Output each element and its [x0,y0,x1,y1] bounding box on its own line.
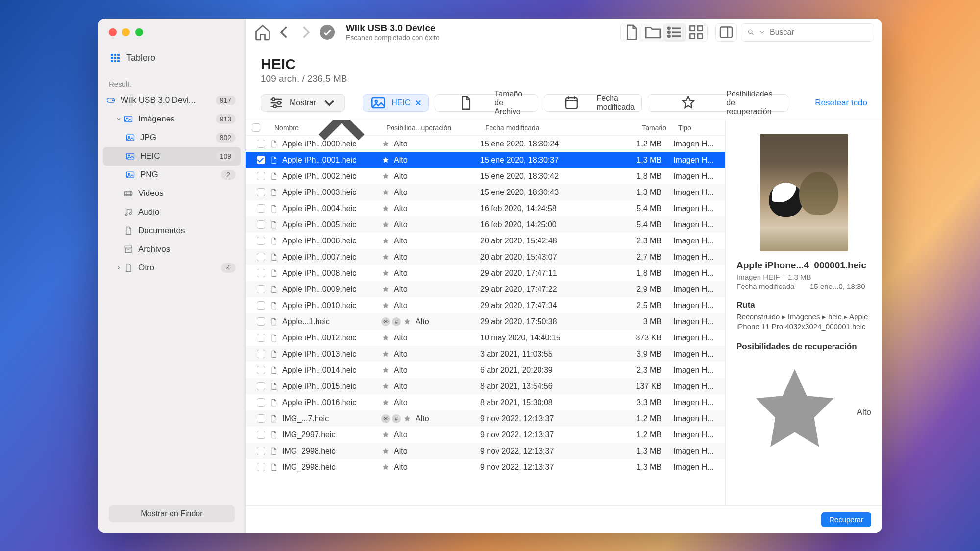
file-icon [270,220,278,229]
file-possibility: Alto [381,220,480,229]
recover-button[interactable]: Recuperar [821,512,871,527]
table-row[interactable]: Apple...1.heic👁#Alto29 abr 2020, 17:50:3… [246,313,725,330]
row-checkbox[interactable] [257,447,265,455]
table-row[interactable]: Apple iPh...0005.heicAlto16 feb 2020, 14… [246,216,725,233]
row-checkbox[interactable] [257,269,265,277]
view-file-button[interactable] [621,23,642,42]
close-icon[interactable] [109,28,117,36]
table-row[interactable]: Apple iPh...0012.heicAlto10 may 2020, 14… [246,330,725,346]
row-checkbox[interactable] [257,334,265,342]
file-size: 1,2 MB [603,140,667,148]
file-date: 15 ene 2020, 18:30:43 [480,188,603,197]
table-row[interactable]: Apple iPh...0001.heicAlto15 ene 2020, 18… [246,152,725,168]
size-filter-button[interactable]: Tamaño de Archivo [435,94,538,112]
sidebar-item-label: Audio [138,207,236,217]
sidebar-item-otro[interactable]: Otro4 [103,259,241,277]
sidebar-item-wilk-usb-3-0-devi-[interactable]: Wilk USB 3.0 Devi...917 [103,91,241,110]
heic-filter-chip[interactable]: HEIC ✕ [363,94,429,112]
sidebar-item-documentos[interactable]: Documentos [103,221,241,240]
sidebar-item-jpg[interactable]: JPG802 [103,128,241,147]
row-checkbox[interactable] [257,398,265,407]
row-checkbox[interactable] [257,237,265,245]
select-all-checkbox[interactable] [252,123,260,132]
forward-button[interactable] [297,24,315,41]
row-checkbox[interactable] [257,366,265,374]
table-row[interactable]: Apple iPh...0010.heicAlto29 abr 2020, 17… [246,297,725,313]
row-checkbox[interactable] [257,253,265,261]
row-checkbox[interactable] [257,350,265,358]
col-type[interactable]: Tipo [672,124,725,132]
file-type: Imagen H... [667,414,725,423]
toggle-details-button[interactable] [715,23,737,42]
view-folder-button[interactable] [642,23,664,42]
svg-point-16 [668,27,670,29]
table-row[interactable]: Apple iPh...0002.heicAlto15 ene 2020, 18… [246,168,725,184]
view-list-button[interactable] [664,23,686,42]
row-checkbox[interactable] [257,172,265,180]
row-checkbox[interactable] [257,285,265,293]
table-row[interactable]: Apple iPh...0015.heicAlto8 abr 2021, 13:… [246,378,725,394]
image-icon [125,151,135,161]
row-checkbox[interactable] [257,317,265,326]
row-checkbox[interactable] [257,414,265,423]
zoom-icon[interactable] [135,28,143,36]
recovery-filter-button[interactable]: Posibilidades de recuperación [648,94,788,112]
row-checkbox[interactable] [257,204,265,213]
tablero-link[interactable]: Tablero [98,46,245,72]
star-icon [381,285,390,294]
preview-thumbnail[interactable] [760,134,848,251]
row-checkbox[interactable] [257,156,265,164]
home-button[interactable] [254,24,271,41]
file-date: 20 abr 2020, 15:42:48 [480,237,603,245]
sidebar-item-archivos[interactable]: Archivos [103,240,241,259]
reset-filters-button[interactable]: Resetear todo [815,98,867,108]
table-row[interactable]: Apple iPh...0004.heicAlto16 feb 2020, 14… [246,200,725,216]
back-button[interactable] [275,24,293,41]
date-filter-button[interactable]: Fecha modificada [544,94,642,112]
row-checkbox[interactable] [257,301,265,310]
table-row[interactable]: Apple iPh...0003.heicAlto15 ene 2020, 18… [246,184,725,200]
table-row[interactable]: IMG_2998.heicAlto9 nov 2022, 12:13:371,3… [246,459,725,475]
row-checkbox[interactable] [257,220,265,229]
row-checkbox[interactable] [257,140,265,148]
table-row[interactable]: Apple iPh...0000.heicAlto15 ene 2020, 18… [246,136,725,152]
sidebar-item-videos[interactable]: Videos [103,184,241,203]
svg-rect-10 [125,191,132,196]
star-icon [381,431,390,439]
file-name: Apple iPh...0005.heic [282,220,381,229]
file-date: 10 may 2020, 14:40:15 [480,334,603,342]
table-row[interactable]: Apple iPh...0009.heicAlto29 abr 2020, 17… [246,281,725,297]
sidebar-item-audio[interactable]: Audio [103,203,241,221]
svg-point-26 [278,101,281,104]
table-row[interactable]: IMG_2997.heicAlto9 nov 2022, 12:13:371,2… [246,427,725,443]
star-icon [655,95,721,111]
file-date: 9 nov 2022, 12:13:37 [480,414,603,423]
sidebar-item-png[interactable]: PNG2 [103,166,241,184]
search-field[interactable] [741,23,874,42]
table-row[interactable]: Apple iPh...0014.heicAlto6 abr 2021, 20:… [246,362,725,378]
row-checkbox[interactable] [257,382,265,390]
table-row[interactable]: IMG_2998.heicAlto9 nov 2022, 12:13:371,3… [246,443,725,459]
col-size[interactable]: Tamaño [608,124,672,132]
table-row[interactable]: Apple iPh...0007.heicAlto20 abr 2020, 15… [246,249,725,265]
svg-rect-21 [690,34,695,39]
table-row[interactable]: IMG_...7.heic👁#Alto9 nov 2022, 12:13:371… [246,410,725,427]
sidebar-item-im-genes[interactable]: Imágenes913 [103,110,241,128]
col-possibility[interactable]: Posibilida...uperación [386,124,485,132]
table-row[interactable]: Apple iPh...0016.heicAlto8 abr 2021, 15:… [246,394,725,410]
table-row[interactable]: Apple iPh...0013.heicAlto3 abr 2021, 11:… [246,346,725,362]
minimize-icon[interactable] [122,28,130,36]
row-checkbox[interactable] [257,431,265,439]
table-body[interactable]: Apple iPh...0000.heicAlto15 ene 2020, 18… [246,136,725,505]
close-icon[interactable]: ✕ [415,98,421,108]
row-checkbox[interactable] [257,188,265,196]
view-grid-button[interactable] [686,23,707,42]
row-checkbox[interactable] [257,463,265,471]
show-filter-button[interactable]: Mostrar [261,94,345,112]
search-input[interactable] [770,28,868,37]
sidebar-item-heic[interactable]: HEIC109 [103,147,241,166]
col-date[interactable]: Fecha modificada [485,124,608,132]
table-row[interactable]: Apple iPh...0008.heicAlto29 abr 2020, 17… [246,265,725,281]
show-in-finder-button[interactable]: Mostrar en Finder [109,505,235,522]
table-row[interactable]: Apple iPh...0006.heicAlto20 abr 2020, 15… [246,233,725,249]
